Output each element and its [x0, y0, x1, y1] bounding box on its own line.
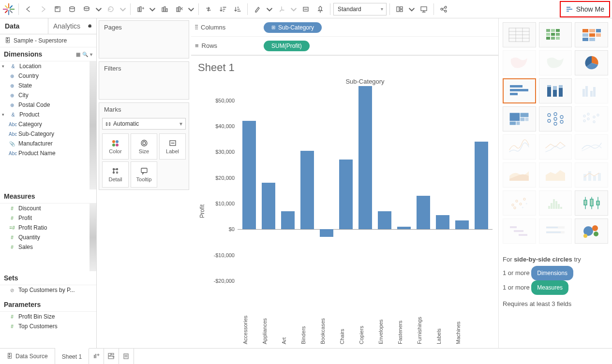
dropdown-icon[interactable] [94, 2, 103, 16]
bar[interactable] [378, 211, 391, 229]
view-icon[interactable]: ▦ [76, 52, 80, 57]
bar[interactable] [455, 220, 469, 230]
sm-highlight-table[interactable] [575, 22, 608, 47]
dropdown-icon[interactable] [407, 2, 416, 16]
undo-button[interactable] [22, 2, 35, 16]
sm-treemap[interactable] [503, 106, 536, 131]
sm-side-by-side-circle[interactable] [575, 106, 608, 131]
bar[interactable] [436, 215, 449, 229]
sm-filled-map[interactable] [539, 50, 572, 75]
dim-country[interactable]: ⊕Country [0, 71, 96, 81]
tab-analytics[interactable]: Analytics [48, 18, 96, 34]
highlight-button[interactable] [251, 2, 264, 16]
filters-card[interactable]: Filters [99, 61, 189, 100]
dim-subcategory[interactable]: AbcSub-Category [0, 129, 96, 139]
dropdown-icon[interactable] [265, 2, 274, 16]
new-story-tab[interactable] [119, 349, 134, 364]
param-profit-bin[interactable]: #Profit Bin Size [0, 312, 96, 321]
new-worksheet-button[interactable] [134, 2, 147, 16]
dropdown-icon[interactable] [289, 2, 298, 16]
sm-heat-map[interactable] [539, 22, 572, 47]
bar[interactable] [320, 229, 333, 237]
refresh-button[interactable] [104, 2, 118, 16]
sm-dual-line[interactable] [575, 134, 608, 160]
sm-horizontal-bar[interactable] [503, 78, 536, 103]
meas-profit[interactable]: #Profit [0, 213, 96, 223]
new-datasource-button[interactable] [65, 2, 79, 16]
group-button[interactable] [275, 2, 288, 16]
duplicate-sheet-button[interactable] [158, 2, 171, 16]
sm-text-table[interactable] [503, 22, 536, 47]
tab-datasource[interactable]: 🗄Data Source [0, 349, 55, 364]
sm-histogram[interactable] [539, 190, 572, 216]
show-labels-button[interactable] [299, 2, 313, 16]
param-top-customers[interactable]: #Top Customers [0, 321, 96, 331]
fit-select[interactable]: Standard [333, 3, 387, 15]
sm-dual-combo[interactable] [575, 162, 608, 188]
sm-line-continuous[interactable] [503, 134, 536, 160]
tab-data[interactable]: Data [0, 18, 48, 34]
meas-sales[interactable]: #Sales [0, 242, 96, 252]
bar[interactable] [242, 121, 256, 229]
dim-product[interactable]: ▾&Product [0, 110, 96, 119]
dropdown-icon[interactable] [119, 2, 127, 16]
rows-pill[interactable]: SUM(Profit) [264, 41, 310, 51]
sm-area-discrete[interactable] [539, 162, 572, 188]
rows-shelf[interactable]: ≡Rows SUM(Profit) [191, 37, 498, 55]
meas-quantity[interactable]: #Quantity [0, 233, 96, 242]
menu-icon[interactable]: ▾ [90, 52, 92, 57]
bar[interactable] [358, 86, 372, 229]
tab-sheet1[interactable]: Sheet 1 [55, 348, 89, 364]
sm-packed-bubble[interactable] [575, 218, 608, 244]
columns-pill[interactable]: ⊞Sub-Category [264, 22, 322, 33]
dim-postal[interactable]: ⊕Postal Code [0, 100, 96, 110]
marks-tooltip[interactable]: Tooltip [131, 161, 157, 188]
sm-stacked-bar[interactable] [539, 78, 572, 103]
dim-city[interactable]: ⊕City [0, 90, 96, 100]
show-me-button[interactable]: Show Me [560, 1, 610, 17]
sm-area-continuous[interactable] [503, 162, 536, 188]
sm-bullet[interactable] [539, 218, 572, 244]
search-icon[interactable]: 🔍 [82, 52, 88, 57]
mark-type-select[interactable]: ⫾⫾Automatic [102, 118, 186, 130]
bar[interactable] [300, 151, 314, 230]
dim-category[interactable]: AbcCategory [0, 119, 96, 129]
marks-detail[interactable]: Detail [102, 161, 129, 188]
new-worksheet-tab[interactable] [89, 349, 104, 364]
bar[interactable] [475, 142, 488, 229]
new-dashboard-tab[interactable] [104, 349, 119, 364]
pages-card[interactable]: Pages [99, 20, 189, 58]
dim-productname[interactable]: AbcProduct Name [0, 148, 96, 158]
sm-circle-view[interactable] [539, 106, 572, 131]
pause-updates-button[interactable] [80, 2, 93, 16]
dim-manufacturer[interactable]: 📎Manufacturer [0, 139, 96, 148]
sm-scatter[interactable]: ++ [503, 190, 536, 216]
sm-box-plot[interactable] [575, 190, 608, 216]
sm-symbol-map[interactable] [503, 50, 536, 75]
columns-shelf[interactable]: ⦙⦙⦙Columns ⊞Sub-Category [191, 18, 498, 37]
set-top-customers[interactable]: ⊘Top Customers by P... [0, 285, 96, 295]
save-button[interactable] [51, 2, 64, 16]
sm-side-by-side-bar[interactable] [575, 78, 608, 103]
sort-desc-button[interactable] [231, 2, 244, 16]
show-cards-button[interactable] [393, 2, 406, 16]
dropdown-icon[interactable] [148, 2, 157, 16]
bar[interactable] [281, 211, 295, 229]
sm-pie[interactable] [575, 50, 608, 75]
presentation-button[interactable] [417, 2, 431, 16]
bar[interactable] [417, 196, 430, 229]
marks-size[interactable]: Size [131, 133, 157, 160]
pin-button[interactable] [313, 2, 327, 16]
bar[interactable] [339, 160, 353, 229]
clear-sheet-button[interactable] [172, 2, 186, 16]
meas-profit-ratio[interactable]: =#Profit Ratio [0, 223, 96, 233]
dropdown-icon[interactable] [187, 2, 195, 16]
dim-location[interactable]: ▾&Location [0, 61, 96, 71]
sm-line-discrete[interactable] [539, 134, 572, 160]
bar[interactable] [262, 183, 275, 229]
sm-gantt[interactable] [503, 218, 536, 244]
share-button[interactable] [437, 2, 450, 16]
swap-rows-columns-button[interactable] [202, 2, 215, 16]
sheet-title[interactable]: Sheet 1 [198, 61, 493, 74]
redo-button[interactable] [36, 2, 50, 16]
